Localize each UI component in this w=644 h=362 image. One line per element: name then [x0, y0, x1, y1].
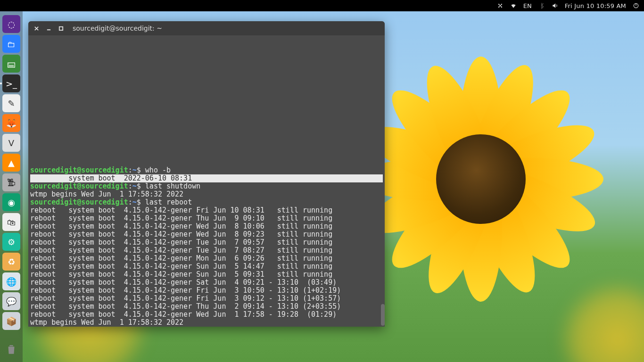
top-panel: EN Fri Jun 10 10:59 AM	[0, 0, 644, 11]
terminal-titlebar[interactable]: sourcedigit@sourcedigit: ~	[28, 21, 385, 35]
launcher-item-text-editor[interactable]: ✎	[2, 94, 20, 112]
highlighted-selection: system boot 2022-06-10 08:31	[30, 174, 383, 182]
terminal-output-line: reboot system boot 4.15.0-142-gener Thu …	[30, 303, 383, 311]
terminal-output-line: reboot system boot 4.15.0-142-gener Wed …	[30, 311, 383, 319]
volume-icon[interactable]	[552, 2, 558, 9]
launcher-item-browser[interactable]: 🌐	[2, 272, 20, 290]
close-icon[interactable]	[33, 25, 40, 32]
launcher-item-software-center[interactable]: 🛍	[2, 213, 20, 231]
terminal-output-line: reboot system boot 4.15.0-142-gener Wed …	[30, 230, 383, 239]
launcher-item-chat[interactable]: 💬	[2, 292, 20, 310]
svg-point-2	[498, 7, 499, 8]
wallpaper-flower	[358, 57, 603, 302]
terminal-output-line: reboot system boot 4.15.0-142-gener Fri …	[30, 295, 383, 303]
launcher-item-settings[interactable]: ⚙	[2, 233, 20, 251]
svg-point-0	[498, 4, 499, 5]
terminal-output-line: reboot system boot 4.15.0-142-gener Wed …	[30, 222, 383, 230]
launcher-item-obs[interactable]: ◉	[2, 193, 20, 211]
launcher-item-recycle[interactable]: ♻	[2, 253, 20, 271]
terminal-output-line: reboot system boot 4.15.0-142-gener Sat …	[30, 279, 383, 287]
tools-icon[interactable]	[497, 2, 504, 9]
terminal-window: sourcedigit@sourcedigit: ~ sourcedigit@s…	[28, 21, 385, 327]
wifi-icon[interactable]	[510, 2, 517, 9]
launcher-item-archive-manager[interactable]: 🗜	[2, 173, 20, 191]
trash-icon[interactable]	[2, 340, 20, 358]
keyboard-lang[interactable]: EN	[523, 2, 532, 9]
terminal-output-line: reboot system boot 4.15.0-142-gener Mon …	[30, 255, 383, 263]
terminal-output-line: reboot system boot 4.15.0-142-gener Thu …	[30, 214, 383, 222]
terminal-output-line: wtmp begins Wed Jun 1 17:58:32 2022	[30, 319, 383, 327]
terminal-body[interactable]: sourcedigit@sourcedigit:~$ who -b system…	[28, 35, 385, 327]
maximize-icon[interactable]	[58, 25, 64, 32]
clock[interactable]: Fri Jun 10 10:59 AM	[565, 2, 626, 9]
launcher-item-terminal[interactable]: >_	[2, 74, 20, 92]
launcher-item-firefox[interactable]: 🦊	[2, 114, 20, 132]
prompt-line: sourcedigit@sourcedigit:~$ last shutdown	[30, 182, 383, 190]
terminal-output-line: reboot system boot 4.15.0-142-gener Fri …	[30, 206, 383, 214]
svg-point-1	[501, 4, 502, 5]
launcher-item-ubuntu-dash[interactable]: ◌	[2, 15, 20, 33]
prompt-line: sourcedigit@sourcedigit:~$ who -b	[30, 166, 383, 174]
terminal-output-line: reboot system boot 4.15.0-142-gener Sun …	[30, 271, 383, 279]
svg-point-3	[501, 7, 502, 8]
launcher-item-files[interactable]: 🗀	[2, 35, 20, 53]
bluetooth-icon[interactable]	[538, 2, 545, 9]
launcher-item-disks[interactable]: 🖴	[2, 55, 20, 73]
power-icon[interactable]	[633, 2, 639, 9]
terminal-output-line: reboot system boot 4.15.0-142-gener Tue …	[30, 247, 383, 255]
terminal-output-line: reboot system boot 4.15.0-142-gener Sun …	[30, 263, 383, 271]
launcher-dock: ◌🗀🖴>_✎🦊V▲🗜◉🛍⚙♻🌐💬📦	[0, 11, 23, 362]
launcher-item-archive[interactable]: 📦	[2, 312, 20, 330]
terminal-output-line: reboot system boot 4.15.0-142-gener Fri …	[30, 287, 383, 295]
svg-rect-6	[59, 26, 62, 30]
window-title: sourcedigit@sourcedigit: ~	[73, 25, 162, 32]
launcher-item-vlc[interactable]: ▲	[2, 154, 20, 172]
terminal-scrollbar[interactable]	[381, 304, 385, 326]
terminal-output-line: reboot system boot 4.15.0-142-gener Tue …	[30, 239, 383, 247]
terminal-output-line: wtmp begins Wed Jun 1 17:58:32 2022	[30, 190, 383, 198]
minimize-icon[interactable]	[45, 25, 52, 32]
launcher-item-vivaldi[interactable]: V	[2, 134, 20, 152]
prompt-line: sourcedigit@sourcedigit:~$ last reboot	[30, 198, 383, 206]
